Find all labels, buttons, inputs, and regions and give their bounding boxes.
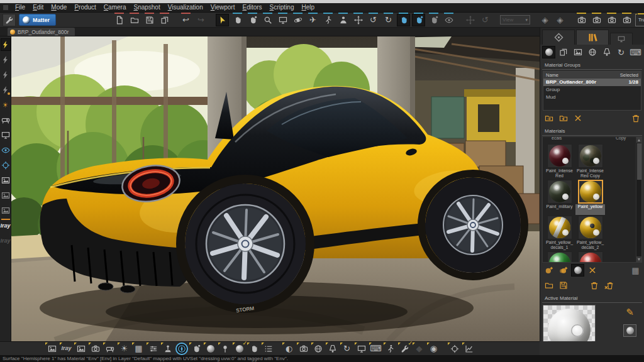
menu-item-camera[interactable]: Camera: [100, 3, 130, 12]
ambient-light-icon[interactable]: ☀: [1, 99, 11, 111]
zoom-select-icon[interactable]: [261, 14, 274, 26]
scroll-down-button[interactable]: [636, 256, 642, 262]
curve-editor-icon[interactable]: [462, 343, 475, 355]
pan-hand-icon[interactable]: [231, 14, 244, 26]
material-item[interactable]: Paint_military: [544, 179, 575, 215]
camera-capture-icon[interactable]: [297, 343, 310, 355]
pin-materials-icon[interactable]: [218, 343, 231, 355]
list-icon[interactable]: [262, 343, 275, 355]
material-item[interactable]: Paint_yellow: [575, 179, 606, 215]
redo-icon[interactable]: ↪: [194, 14, 208, 26]
viewport[interactable]: STORM: [11, 36, 540, 341]
thumbnail-grid-icon[interactable]: ▦: [629, 264, 642, 277]
environments-icon[interactable]: [586, 46, 599, 58]
wrench-tool-button[interactable]: [3, 14, 16, 26]
panel-tab-scene[interactable]: [542, 30, 575, 45]
pose-icon[interactable]: [384, 343, 397, 355]
phase-icon[interactable]: ◐: [282, 343, 296, 355]
walk-mode-icon[interactable]: [321, 14, 335, 26]
tone-settings-icon[interactable]: [147, 343, 160, 355]
eye-target-icon[interactable]: [448, 343, 461, 355]
menu-item-mode[interactable]: Mode: [47, 3, 70, 12]
grab-hand-left-icon[interactable]: [397, 14, 410, 26]
render-interactive-icon[interactable]: [1, 84, 11, 96]
edit-active-material-icon[interactable]: ✎: [623, 306, 636, 319]
tracking-target-icon[interactable]: [1, 159, 11, 172]
material-item[interactable]: Paint_yellow_decals_2: [575, 215, 606, 251]
viewport-tab[interactable]: BRP_Outlander_800r: [8, 28, 75, 36]
eye-track-icon[interactable]: [442, 14, 455, 26]
iray-render-icon[interactable]: [45, 343, 58, 355]
apply-hand-icon[interactable]: [246, 14, 259, 26]
compass-icon[interactable]: [175, 343, 188, 355]
undo-icon[interactable]: ↩: [179, 14, 192, 26]
iray-offline-button[interactable]: Iray: [1, 234, 11, 247]
iray-active-button[interactable]: Iray: [1, 219, 11, 232]
save-material-icon[interactable]: [557, 279, 570, 292]
translate-disabled-icon[interactable]: [464, 14, 477, 26]
select-cursor-icon[interactable]: [216, 14, 229, 26]
render-quality-icon[interactable]: [1, 53, 11, 66]
translate-icon[interactable]: [352, 14, 365, 26]
save-icon[interactable]: [143, 14, 156, 26]
projector-icon[interactable]: [103, 343, 116, 355]
material-group-row[interactable]: Group: [543, 86, 641, 94]
material-item[interactable]: Plastic_green: [544, 251, 575, 263]
sun-icon[interactable]: ☀: [118, 343, 131, 355]
matter-mode-button[interactable]: Matter: [19, 14, 56, 26]
menu-item-scripting[interactable]: Scripting: [266, 3, 298, 12]
menu-item-help[interactable]: Help: [298, 3, 319, 12]
material-group-row[interactable]: BRP_Outlander_800r1/28: [543, 79, 641, 86]
iray-mode-button[interactable]: Iray: [60, 343, 73, 355]
material-item[interactable]: Paint_yellow_decals_1: [544, 215, 575, 251]
gem-icon[interactable]: ◆: [413, 343, 426, 355]
material-item[interactable]: Plastic_Red: [575, 251, 606, 263]
render-power-icon[interactable]: [1, 38, 11, 51]
new-material-icon[interactable]: [542, 264, 555, 277]
hand-sphere-icon[interactable]: [189, 343, 203, 355]
repair-material-icon[interactable]: [586, 264, 599, 277]
flip-horizontal-icon[interactable]: ◈: [538, 14, 552, 26]
scrollbar-thumb[interactable]: [637, 143, 641, 180]
flip-vertical-icon[interactable]: ◈: [553, 14, 567, 26]
textures-icon[interactable]: [557, 46, 570, 58]
delete-group-icon[interactable]: [571, 112, 584, 124]
render-settings-icon[interactable]: [74, 343, 87, 355]
rotate-disabled-icon[interactable]: ↺: [479, 14, 492, 26]
presentation-icon[interactable]: [1, 114, 11, 126]
menu-item-product[interactable]: Product: [70, 3, 99, 12]
shortcuts-icon[interactable]: ⌨: [629, 46, 642, 58]
add-group-icon[interactable]: [557, 112, 570, 124]
materials-library-icon[interactable]: [542, 46, 555, 58]
material-item[interactable]: Paint_Intense Red Copy: [575, 143, 606, 179]
camera-slot-4-icon[interactable]: [620, 14, 633, 26]
duplicate-icon[interactable]: [158, 14, 171, 26]
material-check-icon[interactable]: [233, 343, 246, 355]
menu-item-editors[interactable]: Editors: [238, 3, 265, 12]
camera-slot-1-icon[interactable]: [575, 14, 588, 26]
panel-tab-material-library[interactable]: [576, 30, 609, 45]
duplicate-material-icon[interactable]: [557, 264, 570, 277]
trap-button[interactable]: Trap: [635, 14, 644, 26]
frame-view-icon[interactable]: [276, 14, 289, 26]
material-wave-icon[interactable]: [204, 343, 217, 355]
open-icon[interactable]: [128, 14, 141, 26]
trash-group-icon[interactable]: [629, 112, 642, 124]
materials-scrollbar[interactable]: [636, 137, 641, 262]
active-material-toggle-icon[interactable]: [571, 264, 584, 277]
navigation-joystick-icon[interactable]: [161, 343, 174, 355]
tools-check-icon[interactable]: [398, 343, 411, 355]
rotate-ccw-icon[interactable]: ↺: [367, 14, 380, 26]
avatar-mode-icon[interactable]: [336, 14, 350, 26]
load-material-icon[interactable]: [542, 279, 555, 292]
camera-slot-3-icon[interactable]: [605, 14, 618, 26]
menu-item-viewport[interactable]: Viewport: [207, 3, 239, 12]
grab-hand-right-icon[interactable]: [412, 14, 425, 26]
panel-tab-display[interactable]: [610, 33, 633, 45]
snapshot-image-icon[interactable]: [1, 174, 11, 187]
turntable-icon[interactable]: ↻: [340, 343, 353, 355]
fly-mode-icon[interactable]: ✈: [306, 14, 319, 26]
menu-item-file[interactable]: File: [11, 3, 29, 12]
view-dropdown[interactable]: View: [500, 15, 530, 25]
camera-slot-2-icon[interactable]: [590, 14, 603, 26]
